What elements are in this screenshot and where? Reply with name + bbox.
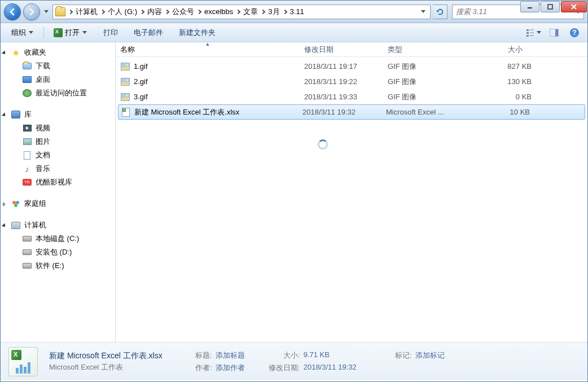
breadcrumb-segment[interactable]: 3月 [266, 7, 282, 17]
address-dropdown[interactable] [418, 5, 428, 19]
star-icon: ★ [11, 48, 21, 57]
tree-item-drive-d[interactable]: 安装包 (D:) [1, 245, 115, 259]
open-button[interactable]: 打开 [47, 25, 94, 41]
tree-item-youku[interactable]: YK优酷影视库 [1, 175, 115, 189]
navigation-tree[interactable]: ★收藏夹 下载 桌面 最近访问的位置 库 视频 图片 文档 ♪音乐 YK优酷影视… [1, 42, 116, 342]
prop-label: 标题: [179, 350, 212, 361]
tree-item-drive-c[interactable]: 本地磁盘 (C:) [1, 232, 115, 245]
breadcrumb: 计算机 个人 (G:) 内容 公众号 excelbbs 文章 3月 3.11 [73, 7, 418, 17]
refresh-button[interactable] [433, 5, 447, 19]
file-size: 827 KB [475, 62, 532, 71]
sort-indicator-icon: ▲ [205, 42, 210, 47]
svg-text:?: ? [572, 28, 577, 37]
tree-item-label: 下载 [36, 61, 50, 71]
tree-item-documents[interactable]: 文档 [1, 148, 115, 162]
file-date: 2018/3/11 19:22 [304, 77, 388, 86]
column-size[interactable]: 大小 [471, 42, 527, 57]
tree-item-pictures[interactable]: 图片 [1, 135, 115, 148]
column-date[interactable]: 修改日期 [300, 42, 383, 57]
file-row[interactable]: 新建 Microsoft Excel 工作表.xlsx2018/3/11 19:… [118, 104, 585, 120]
prop-label: 修改日期: [267, 363, 300, 373]
tree-libraries[interactable]: 库 [1, 108, 115, 121]
file-type: Microsoft Excel ... [386, 108, 473, 116]
chevron-right-icon[interactable] [282, 10, 288, 14]
tree-computer[interactable]: 计算机 [1, 218, 115, 232]
tree-item-downloads[interactable]: 下载 [1, 59, 115, 73]
print-button[interactable]: 打印 [97, 25, 124, 41]
toolbar: 组织 打开 打印 电子邮件 新建文件夹 ? [1, 23, 587, 42]
homegroup-icon [11, 199, 21, 208]
tree-item-desktop[interactable]: 桌面 [1, 73, 115, 86]
tree-homegroup[interactable]: 家庭组 [1, 197, 115, 210]
recent-icon [22, 89, 32, 98]
chevron-right-icon[interactable] [68, 10, 73, 14]
chevron-right-icon[interactable] [196, 10, 202, 14]
details-properties: 标题:添加标题 作者:添加作者 大小:9.71 KB 修改日期:2018/3/1… [179, 350, 445, 373]
file-type: GIF 图像 [388, 92, 475, 102]
prop-label: 作者: [179, 363, 212, 373]
chevron-right-icon[interactable] [260, 10, 266, 14]
excel-icon [54, 28, 63, 37]
tree-item-label: 图片 [36, 137, 50, 147]
tree-item-label: 音乐 [36, 164, 50, 174]
minimize-button[interactable] [520, 1, 539, 12]
breadcrumb-segment[interactable]: 个人 (G:) [106, 7, 139, 17]
breadcrumb-segment[interactable]: 公众号 [170, 7, 196, 17]
file-type: GIF 图像 [388, 62, 475, 72]
list-body[interactable]: 1.gif2018/3/11 19:17GIF 图像827 KB2.gif201… [116, 57, 587, 121]
breadcrumb-segment[interactable]: excelbbs [202, 7, 235, 16]
gif-file-icon [120, 62, 130, 71]
details-filetype: Microsoft Excel 工作表 [49, 362, 163, 372]
file-row[interactable]: 1.gif2018/3/11 19:17GIF 图像827 KB [116, 59, 587, 74]
close-button[interactable] [561, 1, 587, 12]
svg-rect-4 [526, 35, 529, 37]
breadcrumb-segment[interactable]: 文章 [241, 7, 260, 17]
tree-item-videos[interactable]: 视频 [1, 121, 115, 135]
breadcrumb-segment[interactable]: 内容 [145, 7, 164, 17]
chevron-right-icon[interactable] [235, 10, 241, 14]
tree-favorites[interactable]: ★收藏夹 [1, 46, 115, 59]
tree-item-label: 安装包 (D:) [36, 247, 72, 257]
breadcrumb-segment[interactable]: 3.11 [288, 7, 306, 16]
svg-rect-2 [526, 29, 529, 31]
tree-item-music[interactable]: ♪音乐 [1, 162, 115, 175]
chevron-right-icon[interactable] [100, 10, 106, 14]
tree-item-label: 优酷影视库 [36, 177, 72, 187]
column-type[interactable]: 类型 [383, 42, 471, 57]
help-button[interactable]: ? [566, 26, 583, 39]
open-label: 打开 [65, 28, 80, 38]
forward-button[interactable] [23, 3, 40, 20]
navigation-bar: 计算机 个人 (G:) 内容 公众号 excelbbs 文章 3月 3.11 [1, 1, 587, 23]
file-name: 新建 Microsoft Excel 工作表.xlsx [134, 107, 239, 117]
address-bar[interactable]: 计算机 个人 (G:) 内容 公众号 excelbbs 文章 3月 3.11 [52, 5, 431, 19]
tree-label: 收藏夹 [24, 47, 46, 58]
maximize-button[interactable] [541, 1, 560, 12]
prop-value: 2018/3/11 19:32 [304, 363, 357, 373]
file-row[interactable]: 2.gif2018/3/11 19:22GIF 图像130 KB [116, 74, 587, 89]
column-label: 名称 [120, 45, 135, 55]
gif-file-icon [120, 77, 130, 86]
file-row[interactable]: 3.gif2018/3/11 19:33GIF 图像0 KB [116, 89, 587, 104]
tree-item-recent[interactable]: 最近访问的位置 [1, 86, 115, 100]
email-button[interactable]: 电子邮件 [128, 25, 169, 41]
column-name[interactable]: ▲名称 [116, 42, 300, 57]
preview-pane-button[interactable] [546, 26, 563, 39]
chevron-right-icon[interactable] [164, 10, 170, 14]
organize-button[interactable]: 组织 [5, 25, 40, 41]
tree-item-label: 软件 (E:) [36, 261, 64, 271]
new-folder-button[interactable]: 新建文件夹 [173, 25, 222, 41]
prop-value[interactable]: 添加标题 [216, 350, 245, 361]
drive-icon [22, 234, 32, 243]
view-options-button[interactable] [525, 26, 542, 39]
tree-item-drive-e[interactable]: 软件 (E:) [1, 259, 115, 273]
prop-value[interactable]: 添加标记 [415, 350, 445, 361]
breadcrumb-segment[interactable]: 计算机 [73, 7, 100, 17]
tree-item-label: 文档 [36, 150, 50, 160]
chevron-right-icon[interactable] [139, 10, 145, 14]
chevron-down-icon [28, 31, 34, 34]
back-button[interactable] [4, 3, 21, 20]
tree-item-label: 最近访问的位置 [36, 88, 87, 98]
loading-spinner-icon [318, 139, 328, 150]
prop-value[interactable]: 添加作者 [216, 363, 245, 373]
history-dropdown[interactable] [42, 7, 50, 17]
